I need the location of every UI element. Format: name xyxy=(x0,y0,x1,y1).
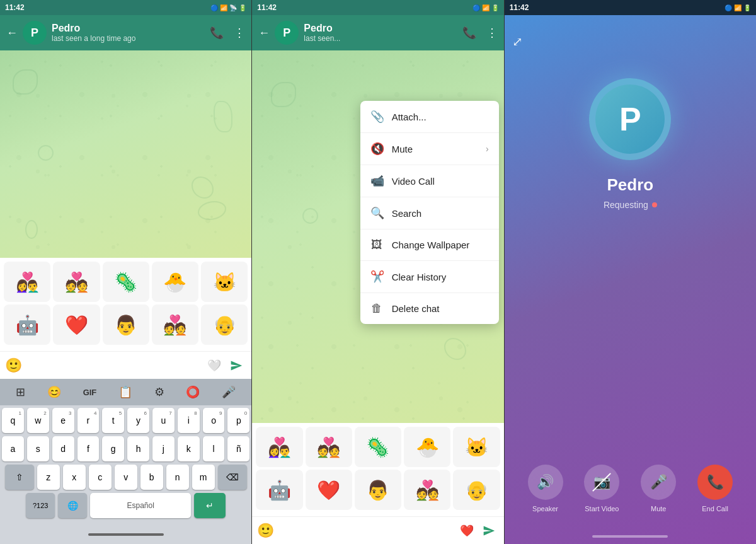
contact-name-1[interactable]: Pedro xyxy=(52,23,205,34)
key-c[interactable]: c xyxy=(89,465,112,490)
message-input-2[interactable] xyxy=(279,521,454,541)
key-num-toggle[interactable]: ?123 xyxy=(26,493,55,518)
kb-grid-icon[interactable]: ⊞ xyxy=(16,385,25,399)
key-q[interactable]: q1 xyxy=(2,408,24,433)
sticker-2-2[interactable]: ❤️ xyxy=(53,304,100,345)
key-h[interactable]: h xyxy=(127,436,149,461)
key-m[interactable]: m xyxy=(192,465,215,490)
menu-icon-2[interactable]: ⋮ xyxy=(486,26,498,40)
key-o[interactable]: o9 xyxy=(203,408,225,433)
call-status-text: Requesting xyxy=(604,200,648,210)
key-space[interactable]: Español xyxy=(90,493,191,518)
keyboard-toolbar-1: ⊞ 😊 GIF 📋 ⚙ ⭕ 🎤 xyxy=(0,379,251,405)
sticker-2-r2-1[interactable]: 🤖 xyxy=(256,470,302,510)
sticker-2-r1-4[interactable]: 🐣 xyxy=(404,427,450,467)
emoji-button-1[interactable]: 🙂 xyxy=(5,357,22,374)
key-lang[interactable]: 🌐 xyxy=(58,493,87,518)
sticker-2-r1-2[interactable]: 💑 xyxy=(306,427,352,467)
key-t[interactable]: t5 xyxy=(102,408,124,433)
deco2-3 xyxy=(302,208,318,224)
dropdown-wallpaper[interactable]: 🖼 Change Wallpaper xyxy=(360,229,499,261)
key-x[interactable]: x xyxy=(63,465,86,490)
sticker-2-4[interactable]: 💑 xyxy=(152,304,198,345)
key-enter[interactable]: ↵ xyxy=(194,493,226,518)
back-icon-1[interactable]: ← xyxy=(6,26,18,40)
back-icon-2[interactable]: ← xyxy=(258,26,270,40)
call-btn-end[interactable]: 📞 End Call xyxy=(697,465,733,512)
key-e[interactable]: e3 xyxy=(52,408,74,433)
sticker-2-5[interactable]: 👴 xyxy=(201,304,248,345)
avatar-2[interactable]: P xyxy=(275,21,299,45)
key-k[interactable]: k xyxy=(178,436,200,461)
sticker-1-2[interactable]: 💑 xyxy=(53,262,100,302)
key-u[interactable]: u7 xyxy=(152,408,175,433)
send-button-2[interactable] xyxy=(479,521,499,541)
sticker-1-4[interactable]: 🐣 xyxy=(152,262,198,302)
attach-icon: 📎 xyxy=(370,110,383,124)
kb-sticker-icon[interactable]: ⭕ xyxy=(186,385,200,399)
key-backspace[interactable]: ⌫ xyxy=(218,465,247,490)
key-b[interactable]: b xyxy=(140,465,163,490)
dropdown-menu: 📎 Attach... 🔇 Mute › 📹 Video Call 🔍 Sear… xyxy=(360,101,499,324)
sticker-2-r2-3[interactable]: 👨 xyxy=(355,470,401,510)
sticker-1-1[interactable]: 👩‍❤️‍👨 xyxy=(4,262,50,302)
expand-icon[interactable]: ⤢ xyxy=(512,34,523,49)
key-y[interactable]: y6 xyxy=(127,408,149,433)
key-i[interactable]: i8 xyxy=(178,408,200,433)
key-f[interactable]: f xyxy=(77,436,100,461)
key-w[interactable]: w2 xyxy=(27,408,49,433)
key-v[interactable]: v xyxy=(115,465,137,490)
key-d[interactable]: d xyxy=(52,436,74,461)
dropdown-clear-history[interactable]: ✂️ Clear History xyxy=(360,261,499,293)
sticker-row-2-1: 👩‍❤️‍👨 💑 🦠 🐣 🐱 xyxy=(256,427,500,467)
contact-name-2[interactable]: Pedro xyxy=(304,23,457,34)
dropdown-mute[interactable]: 🔇 Mute › xyxy=(360,133,499,165)
video-call-icon: 📹 xyxy=(370,174,383,188)
call-icon-1[interactable]: 📞 xyxy=(210,26,224,40)
kb-gif-icon[interactable]: GIF xyxy=(83,388,97,397)
key-n-tilde[interactable]: ñ xyxy=(227,436,249,461)
sticker-2-1[interactable]: 🤖 xyxy=(4,304,50,345)
key-g[interactable]: g xyxy=(102,436,124,461)
sticker-2-r2-4[interactable]: 💑 xyxy=(404,470,450,510)
key-l[interactable]: l xyxy=(203,436,225,461)
sticker-2-r2-5[interactable]: 👴 xyxy=(453,470,500,510)
end-call-btn-circle: 📞 xyxy=(697,465,733,500)
sticker-2-r1-1[interactable]: 👩‍❤️‍👨 xyxy=(256,427,302,467)
sticker-1-3[interactable]: 🦠 xyxy=(103,262,149,302)
call-btn-speaker[interactable]: 🔊 Speaker xyxy=(528,465,563,512)
dropdown-search[interactable]: 🔍 Search xyxy=(360,197,499,229)
kb-settings-icon[interactable]: ⚙ xyxy=(154,385,164,399)
call-icon-2[interactable]: 📞 xyxy=(462,26,476,40)
key-p[interactable]: p0 xyxy=(227,408,249,433)
kb-mic-icon[interactable]: 🎤 xyxy=(222,385,236,399)
menu-icon-1[interactable]: ⋮ xyxy=(234,26,245,40)
key-shift[interactable]: ⇧ xyxy=(5,465,34,490)
key-n[interactable]: n xyxy=(166,465,189,490)
sticker-2-r1-3[interactable]: 🦠 xyxy=(355,427,401,467)
sticker-2-r1-5[interactable]: 🐱 xyxy=(453,427,500,467)
kb-clipboard-icon[interactable]: 📋 xyxy=(118,385,132,399)
key-j[interactable]: j xyxy=(152,436,175,461)
contact-status-1: last seen a long time ago xyxy=(52,34,205,43)
key-z[interactable]: z xyxy=(37,465,60,490)
deco-1 xyxy=(13,69,38,95)
dropdown-attach[interactable]: 📎 Attach... xyxy=(360,101,499,133)
message-input-1[interactable] xyxy=(27,356,202,376)
emoji-button-2[interactable]: 🙂 xyxy=(257,523,274,539)
send-button-1[interactable] xyxy=(226,356,246,376)
heart-icon-2: ❤️ xyxy=(460,524,474,538)
call-btn-mute[interactable]: 🎤 Mute xyxy=(641,465,676,512)
dropdown-delete-chat[interactable]: 🗑 Delete chat xyxy=(360,293,499,324)
wifi-icon-3: 📶 xyxy=(734,4,742,11)
key-r[interactable]: r4 xyxy=(77,408,100,433)
call-btn-video[interactable]: 📷 Start Video xyxy=(584,465,619,512)
sticker-2-r2-2[interactable]: ❤️ xyxy=(306,470,352,510)
sticker-2-3[interactable]: 👨 xyxy=(103,304,149,345)
dropdown-video-call[interactable]: 📹 Video Call xyxy=(360,165,499,197)
kb-emoji-icon[interactable]: 😊 xyxy=(47,385,61,399)
avatar-1[interactable]: P xyxy=(23,21,47,45)
sticker-1-5[interactable]: 🐱 xyxy=(201,262,248,302)
key-a[interactable]: a xyxy=(2,436,24,461)
key-s[interactable]: s xyxy=(27,436,49,461)
